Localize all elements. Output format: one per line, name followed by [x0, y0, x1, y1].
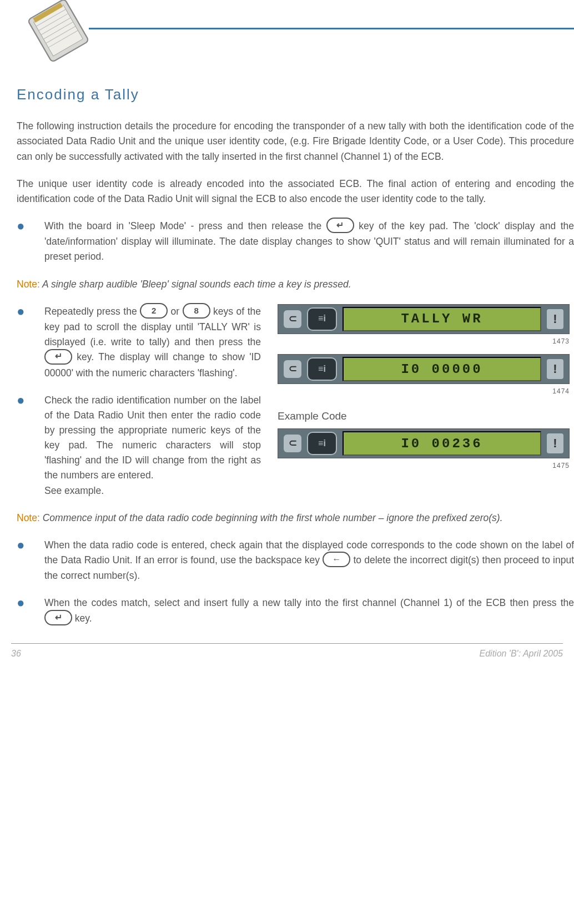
key-2-icon: 2 — [140, 303, 168, 319]
lcd-info-button: ≡i — [307, 432, 337, 455]
step-3: ● Check the radio identification number … — [17, 393, 261, 498]
enter-key-icon — [326, 218, 354, 233]
step-1-text: With the board in 'Sleep Mode' - press a… — [44, 219, 574, 265]
step-5-text: When the codes match, select and insert … — [44, 595, 574, 627]
device-icon — [17, 0, 100, 72]
bullet-icon: ● — [17, 595, 44, 627]
lcd-left-soft-button: ⊂ — [284, 360, 301, 378]
lcd-display-tally-wr: ⊂ ≡i TALLY WR ! — [278, 304, 570, 334]
lcd-alert-indicator: ! — [547, 433, 563, 453]
bullet-icon: ● — [17, 393, 44, 498]
lcd-info-button: ≡i — [307, 307, 337, 331]
step-4: ● When the data radio code is entered, c… — [17, 538, 574, 584]
bullet-icon: ● — [17, 304, 44, 381]
figure-number-1474: 1474 — [278, 386, 570, 397]
step-5-text-b: key. — [72, 613, 92, 624]
step-2: ● Repeatedly press the 2 or 8 keys of th… — [17, 304, 261, 381]
figure-number-1473: 1473 — [278, 336, 570, 347]
page-number: 36 — [11, 647, 21, 661]
section-title: Encoding a Tally — [17, 83, 574, 105]
key-8-icon: 8 — [183, 303, 210, 319]
note-1: Note: A single sharp audible 'Bleep' sig… — [17, 277, 574, 292]
lcd-display-example-code: ⊂ ≡i I0 00236 ! — [278, 428, 570, 458]
figure-number-1475: 1475 — [278, 461, 570, 471]
backspace-key-icon — [323, 552, 350, 567]
step-1-text-a: With the board in 'Sleep Mode' - press a… — [44, 220, 326, 231]
lcd-left-soft-button: ⊂ — [284, 435, 301, 452]
bullet-icon: ● — [17, 219, 44, 265]
step-2-text-d: key. The display will change to show 'ID… — [44, 351, 261, 378]
step-2-text-b: or — [168, 306, 183, 317]
page-header — [0, 0, 574, 72]
intro-paragraph-2: The unique user identity code is already… — [17, 176, 574, 206]
lcd-alert-indicator: ! — [547, 359, 563, 379]
step-2-text: Repeatedly press the 2 or 8 keys of the … — [44, 304, 261, 381]
step-5-text-a: When the codes match, select and insert … — [44, 597, 574, 608]
intro-paragraph-1: The following instruction details the pr… — [17, 119, 574, 164]
lcd-left-soft-button: ⊂ — [284, 310, 301, 328]
step-4-text: When the data radio code is entered, che… — [44, 538, 574, 584]
note-label: Note: — [17, 512, 40, 523]
note-1-body: A single sharp audible 'Bleep' signal so… — [40, 279, 351, 290]
header-rule — [89, 28, 574, 29]
step-3-see-example: See example. — [44, 485, 104, 496]
lcd-screen-text: I0 00236 — [343, 431, 541, 456]
step-2-text-a: Repeatedly press the — [44, 306, 140, 317]
step-1: ● With the board in 'Sleep Mode' - press… — [17, 219, 574, 265]
note-label: Note: — [17, 279, 40, 290]
lcd-screen-text: I0 00000 — [343, 357, 541, 381]
lcd-alert-indicator: ! — [547, 309, 563, 329]
example-code-label: Example Code — [278, 408, 570, 424]
edition-label: Edition 'B': April 2005 — [480, 647, 563, 661]
lcd-display-id-zeros: ⊂ ≡i I0 00000 ! — [278, 354, 570, 384]
note-2-body: Commence input of the data radio code be… — [40, 512, 503, 523]
step-3-text: Check the radio identification number on… — [44, 393, 261, 498]
enter-key-icon — [44, 349, 72, 365]
page-footer: 36 Edition 'B': April 2005 — [11, 643, 563, 668]
lcd-screen-text: TALLY WR — [343, 307, 541, 331]
note-2: Note: Commence input of the data radio c… — [17, 511, 574, 526]
enter-key-icon — [44, 610, 72, 625]
lcd-info-button: ≡i — [307, 357, 337, 381]
step-3-body: Check the radio identification number on… — [44, 395, 261, 481]
bullet-icon: ● — [17, 538, 44, 584]
step-5: ● When the codes match, select and inser… — [17, 595, 574, 627]
